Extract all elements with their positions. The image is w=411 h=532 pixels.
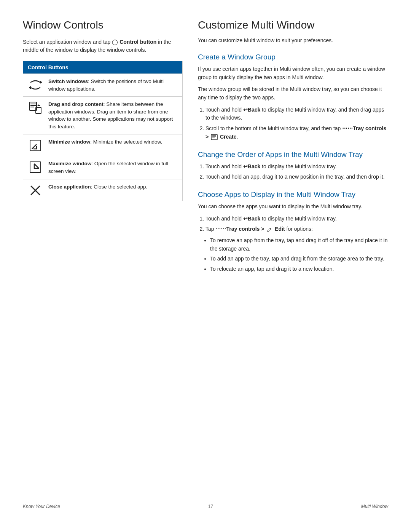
close-desc: : Close the selected app.: [91, 184, 148, 190]
subsection-title-3: Choose Apps to Display in the Multi Wind…: [198, 190, 388, 199]
main-content: Window Controls Select an application wi…: [23, 19, 388, 495]
svg-line-11: [34, 164, 39, 168]
left-intro: Select an application window and tap ◯ C…: [23, 38, 183, 54]
left-section-title: Window Controls: [23, 19, 183, 31]
control-table-header: Control Buttons: [23, 61, 182, 73]
control-desc-dragdrop: Drag and drop content: Share items betwe…: [48, 101, 178, 130]
dragdrop-icon: [28, 101, 43, 114]
control-table: Control Buttons Switch windows: Switch t…: [23, 61, 183, 201]
page: Window Controls Select an application wi…: [0, 0, 411, 532]
back-bold-2: ↩Back: [243, 163, 260, 169]
close-label: Close application: [48, 184, 91, 190]
control-desc-close: Close application: Close the selected ap…: [48, 183, 147, 191]
back-bold-1: ↩Back: [243, 107, 260, 113]
switch-icon: [28, 78, 43, 91]
control-desc-maximize: Maximize window: Open the selected windo…: [48, 160, 178, 175]
subsection-change-order: Change the Order of Apps in the Multi Wi…: [198, 150, 388, 181]
bullet-2: To add an app to the tray, tap and drag …: [210, 255, 388, 263]
minimize-label: Minimize window: [48, 139, 90, 145]
create-para-1: If you use certain apps together in Mult…: [198, 65, 388, 81]
footer: Know Your Device 17 Multi Window: [23, 495, 388, 509]
create-step-1: Touch and hold ↩Back to display the Mult…: [206, 106, 388, 122]
control-row-close: Close application: Close the selected ap…: [23, 179, 182, 201]
back-bold-3: ↩Back: [243, 216, 260, 222]
subsection-title-2: Change the Order of Apps in the Multi Wi…: [198, 150, 388, 159]
choose-steps: Touch and hold ↩Back to display the Mult…: [198, 215, 388, 233]
control-row-switch: Switch windows: Switch the positions of …: [23, 73, 182, 96]
choose-bullets: To remove an app from the tray, tap and …: [198, 236, 388, 273]
choose-step-2: Tap ⋯⋯Tray controls > Edit for options:: [206, 225, 388, 233]
control-row-minimize: Minimize window: Minimize the selected w…: [23, 134, 182, 156]
order-step-1: Touch and hold ↩Back to display the Mult…: [206, 163, 388, 171]
svg-rect-5: [30, 107, 34, 107]
maximize-icon: [28, 160, 43, 174]
control-row-dragdrop: Drag and drop content: Share items betwe…: [23, 96, 182, 134]
control-bold: Control button: [119, 39, 156, 45]
order-step-2: Touch and hold an app, drag it to a new …: [206, 173, 388, 181]
right-column: Customize Multi Window You can customize…: [198, 19, 388, 495]
right-section-title: Customize Multi Window: [198, 19, 388, 31]
bullet-3: To relocate an app, tap and drag it to a…: [210, 265, 388, 273]
choose-para-1: You can choose the apps you want to disp…: [198, 203, 388, 211]
order-steps: Touch and hold ↩Back to display the Mult…: [198, 163, 388, 181]
maximize-label: Maximize window: [48, 161, 91, 166]
svg-marker-1: [29, 86, 31, 89]
svg-rect-14: [211, 134, 217, 140]
svg-rect-3: [30, 104, 36, 104]
close-icon: [28, 183, 43, 197]
minimize-icon: [28, 138, 43, 152]
footer-right: Multi Window: [361, 504, 388, 509]
svg-marker-0: [40, 81, 42, 84]
switch-label: Switch windows: [48, 78, 88, 84]
svg-marker-7: [37, 104, 40, 106]
edit-bold: Edit: [275, 226, 285, 232]
choose-step-1: Touch and hold ↩Back to display the Mult…: [206, 215, 388, 223]
dragdrop-label: Drag and drop content: [48, 101, 104, 107]
create-bold: Create: [220, 134, 237, 140]
footer-center: 17: [208, 504, 213, 509]
create-step-2: Scroll to the bottom of the Multi window…: [206, 125, 388, 141]
right-intro: You can customize Multi window to suit y…: [198, 37, 388, 45]
footer-left: Know Your Device: [23, 504, 60, 509]
control-desc-switch: Switch windows: Switch the positions of …: [48, 78, 178, 93]
bullet-1: To remove an app from the tray, tap and …: [210, 236, 388, 253]
create-para-2: The window group will be stored in the M…: [198, 85, 388, 102]
minimize-desc: : Minimize the selected window.: [90, 139, 162, 145]
subsection-choose-apps: Choose Apps to Display in the Multi Wind…: [198, 190, 388, 273]
svg-line-9: [32, 144, 37, 149]
tray-controls-bold-2: ⋯⋯Tray controls >: [215, 226, 264, 232]
control-desc-minimize: Minimize window: Minimize the selected w…: [48, 138, 162, 146]
left-column: Window Controls Select an application wi…: [23, 19, 183, 495]
svg-rect-4: [30, 105, 36, 106]
control-row-maximize: Maximize window: Open the selected windo…: [23, 156, 182, 179]
subsection-title-1: Create a Window Group: [198, 53, 388, 61]
subsection-create-window-group: Create a Window Group If you use certain…: [198, 53, 388, 141]
svg-rect-10: [30, 162, 41, 173]
create-steps: Touch and hold ↩Back to display the Mult…: [198, 106, 388, 141]
